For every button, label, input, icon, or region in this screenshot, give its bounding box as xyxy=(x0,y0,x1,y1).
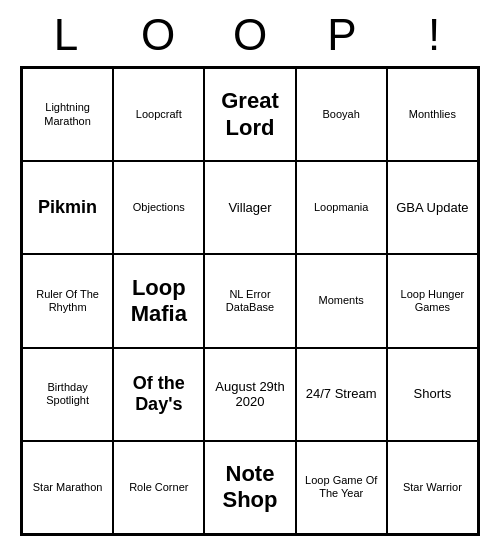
cell-r1-c0: Pikmin xyxy=(22,161,113,254)
cell-r3-c1: Of the Day's xyxy=(113,348,204,441)
cell-r0-c4: Monthlies xyxy=(387,68,478,161)
cell-r0-c0: Lightning Marathon xyxy=(22,68,113,161)
cell-r4-c4: Star Warrior xyxy=(387,441,478,534)
cell-r4-c2: Note Shop xyxy=(204,441,295,534)
cell-r2-c1: Loop Mafia xyxy=(113,254,204,347)
cell-r2-c2: NL Error DataBase xyxy=(204,254,295,347)
cell-r3-c3: 24/7 Stream xyxy=(296,348,387,441)
cell-r1-c3: Loopmania xyxy=(296,161,387,254)
cell-r1-c1: Objections xyxy=(113,161,204,254)
cell-r3-c2: August 29th 2020 xyxy=(204,348,295,441)
cell-r0-c3: Booyah xyxy=(296,68,387,161)
cell-r3-c4: Shorts xyxy=(387,348,478,441)
bingo-grid: Lightning MarathonLoopcraftGreat LordBoo… xyxy=(20,66,480,536)
cell-r2-c3: Moments xyxy=(296,254,387,347)
header-letter-l: L xyxy=(26,10,106,60)
cell-r4-c0: Star Marathon xyxy=(22,441,113,534)
cell-r2-c0: Ruler Of The Rhythm xyxy=(22,254,113,347)
cell-r0-c2: Great Lord xyxy=(204,68,295,161)
cell-r1-c4: GBA Update xyxy=(387,161,478,254)
cell-r4-c1: Role Corner xyxy=(113,441,204,534)
header-letter-o: O xyxy=(118,10,198,60)
cell-r4-c3: Loop Game Of The Year xyxy=(296,441,387,534)
header: LOOP! xyxy=(20,0,480,66)
cell-r1-c2: Villager xyxy=(204,161,295,254)
header-letter-o: O xyxy=(210,10,290,60)
header-letter-!: ! xyxy=(394,10,474,60)
cell-r2-c4: Loop Hunger Games xyxy=(387,254,478,347)
cell-r3-c0: Birthday Spotlight xyxy=(22,348,113,441)
header-letter-p: P xyxy=(302,10,382,60)
cell-r0-c1: Loopcraft xyxy=(113,68,204,161)
